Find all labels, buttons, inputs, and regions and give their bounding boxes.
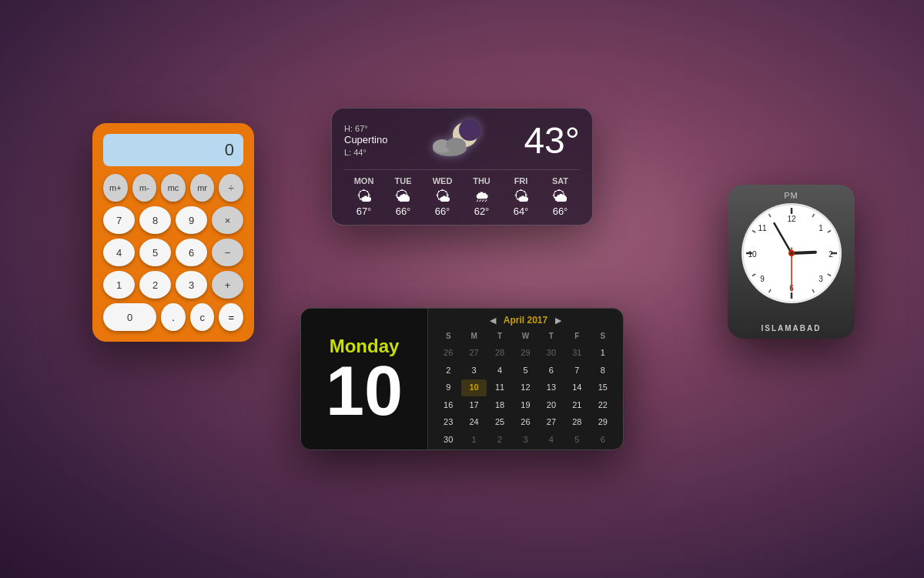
cal-day-3next[interactable]: 3 bbox=[513, 432, 537, 449]
calc-dot[interactable]: . bbox=[161, 303, 186, 331]
cal-day-24[interactable]: 24 bbox=[461, 414, 486, 431]
cal-day-5next[interactable]: 5 bbox=[564, 432, 589, 449]
calc-add[interactable]: + bbox=[212, 271, 243, 299]
cal-day-17[interactable]: 17 bbox=[461, 397, 486, 414]
cal-header-fri: F bbox=[564, 329, 589, 344]
cal-day-26[interactable]: 26 bbox=[513, 414, 537, 431]
cal-day-25[interactable]: 25 bbox=[487, 414, 512, 431]
calc-8[interactable]: 8 bbox=[139, 206, 171, 234]
weather-top: H: 67° Cupertino L: 44° 43° bbox=[344, 119, 580, 162]
cal-header-mon: M bbox=[461, 329, 486, 344]
weather-temperature: 43° bbox=[524, 122, 580, 159]
svg-point-4 bbox=[446, 138, 466, 152]
svg-text:10: 10 bbox=[748, 250, 757, 259]
weather-high: H: 67° bbox=[344, 124, 387, 133]
calc-equals[interactable]: = bbox=[219, 303, 243, 331]
cal-header-sun: S bbox=[436, 329, 460, 344]
calc-m-plus[interactable]: m+ bbox=[103, 174, 128, 202]
cal-day-28[interactable]: 28 bbox=[564, 414, 589, 431]
weather-widget: H: 67° Cupertino L: 44° 43° MON 🌤 67° TU… bbox=[331, 108, 593, 226]
cal-day-16[interactable]: 16 bbox=[436, 397, 460, 414]
cal-header-wed: W bbox=[513, 329, 537, 344]
cal-day-10-today[interactable]: 10 bbox=[461, 379, 486, 396]
weather-forecast: MON 🌤 67° TUE 🌥 66° WED 🌤 66° THU 🌧 62° … bbox=[344, 169, 580, 217]
cal-day-18[interactable]: 18 bbox=[487, 397, 512, 414]
cal-day-13[interactable]: 13 bbox=[539, 379, 564, 396]
cal-day-1[interactable]: 1 bbox=[591, 345, 615, 362]
calc-1[interactable]: 1 bbox=[103, 271, 135, 299]
clock-widget: PM 12 1 2 bbox=[728, 185, 855, 339]
calc-multiply[interactable]: × bbox=[212, 206, 243, 234]
calendar-month-year: April 2017 bbox=[504, 315, 547, 326]
svg-text:1: 1 bbox=[819, 224, 823, 232]
cal-day-30prev[interactable]: 30 bbox=[539, 345, 564, 362]
calc-5[interactable]: 5 bbox=[139, 239, 171, 266]
cal-day-1next[interactable]: 1 bbox=[461, 432, 486, 449]
calendar-widget: Monday 10 ◀ April 2017 ▶ S M T W T F S 2… bbox=[300, 308, 624, 450]
cal-day-22[interactable]: 22 bbox=[591, 397, 615, 414]
cal-day-2[interactable]: 2 bbox=[436, 363, 460, 379]
cal-day-9[interactable]: 9 bbox=[436, 379, 460, 396]
clock-face: 12 1 2 3 6 9 10 11 bbox=[742, 203, 842, 303]
forecast-sat: SAT 🌥 66° bbox=[541, 176, 580, 217]
calc-0[interactable]: 0 bbox=[103, 303, 156, 331]
svg-text:3: 3 bbox=[819, 275, 823, 283]
calendar-month-header: ◀ April 2017 ▶ bbox=[436, 315, 615, 326]
calc-4[interactable]: 4 bbox=[103, 239, 135, 266]
forecast-wed: WED 🌤 66° bbox=[423, 176, 462, 217]
calc-7[interactable]: 7 bbox=[103, 206, 135, 234]
cal-day-6[interactable]: 6 bbox=[539, 363, 564, 379]
clock-am-pm: PM bbox=[784, 191, 798, 200]
calc-mr[interactable]: mr bbox=[190, 174, 215, 202]
svg-point-1 bbox=[459, 119, 480, 141]
calendar-next-button[interactable]: ▶ bbox=[554, 316, 563, 326]
forecast-thu: THU 🌧 62° bbox=[462, 176, 501, 217]
calendar-date-display: Monday 10 bbox=[301, 309, 428, 449]
cal-day-29[interactable]: 29 bbox=[591, 414, 615, 431]
calc-3[interactable]: 3 bbox=[176, 271, 207, 299]
svg-text:9: 9 bbox=[760, 275, 765, 283]
cal-day-27[interactable]: 27 bbox=[539, 414, 564, 431]
cal-day-27prev[interactable]: 27 bbox=[461, 345, 486, 362]
cal-day-6next[interactable]: 6 bbox=[591, 432, 615, 449]
calc-m-minus[interactable]: m- bbox=[132, 174, 157, 202]
svg-point-30 bbox=[790, 252, 793, 255]
cal-day-4next[interactable]: 4 bbox=[539, 432, 564, 449]
cal-day-20[interactable]: 20 bbox=[539, 397, 564, 414]
cal-day-14[interactable]: 14 bbox=[564, 379, 589, 396]
cal-day-26prev[interactable]: 26 bbox=[436, 345, 460, 362]
cal-day-4[interactable]: 4 bbox=[487, 363, 512, 379]
svg-line-26 bbox=[792, 252, 815, 253]
weather-low: L: 44° bbox=[344, 148, 387, 157]
calc-display: 0 bbox=[103, 134, 243, 166]
cal-day-29prev[interactable]: 29 bbox=[513, 345, 537, 362]
svg-text:2: 2 bbox=[829, 250, 833, 259]
cal-day-2next[interactable]: 2 bbox=[487, 432, 512, 449]
calc-6[interactable]: 6 bbox=[176, 239, 207, 266]
cal-day-11[interactable]: 11 bbox=[487, 379, 512, 396]
cal-header-tue: T bbox=[487, 329, 512, 344]
cal-day-30[interactable]: 30 bbox=[436, 432, 460, 449]
calc-2[interactable]: 2 bbox=[139, 271, 171, 299]
calc-divide[interactable]: ÷ bbox=[219, 174, 243, 202]
cal-day-8[interactable]: 8 bbox=[591, 363, 615, 379]
calc-mc[interactable]: mc bbox=[161, 174, 186, 202]
weather-condition-icon bbox=[425, 119, 487, 162]
cal-day-28prev[interactable]: 28 bbox=[487, 345, 512, 362]
cal-day-23[interactable]: 23 bbox=[436, 414, 460, 431]
calc-clear[interactable]: c bbox=[190, 303, 215, 331]
cal-day-15[interactable]: 15 bbox=[591, 379, 615, 396]
calendar-grid-panel: ◀ April 2017 ▶ S M T W T F S 26 27 28 29… bbox=[428, 309, 623, 449]
cal-day-19[interactable]: 19 bbox=[513, 397, 537, 414]
cal-day-21[interactable]: 21 bbox=[564, 397, 589, 414]
svg-text:12: 12 bbox=[787, 215, 796, 223]
cal-day-3[interactable]: 3 bbox=[461, 363, 486, 379]
cal-day-5[interactable]: 5 bbox=[513, 363, 537, 379]
calendar-prev-button[interactable]: ◀ bbox=[488, 316, 497, 326]
cal-day-7[interactable]: 7 bbox=[564, 363, 589, 379]
calc-subtract[interactable]: − bbox=[212, 239, 243, 266]
cal-day-31prev[interactable]: 31 bbox=[564, 345, 589, 362]
calc-9[interactable]: 9 bbox=[176, 206, 207, 234]
cal-day-12[interactable]: 12 bbox=[513, 379, 537, 396]
weather-location-block: H: 67° Cupertino L: 44° bbox=[344, 124, 387, 156]
